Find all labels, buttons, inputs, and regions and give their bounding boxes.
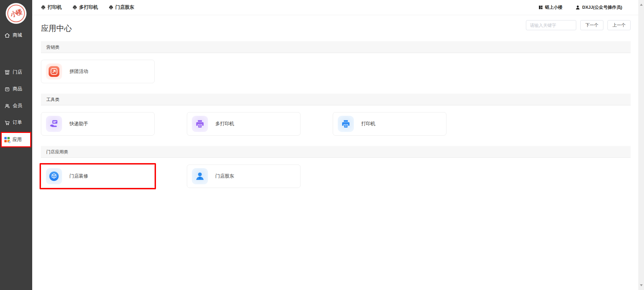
top-bar: 打印机多打印机门店股东 链上小楼 DXJJ(公众号操作员) — [32, 0, 638, 15]
logo-text: 小楼 — [9, 7, 23, 19]
user-menu[interactable]: DXJJ(公众号操作员) — [575, 4, 622, 10]
sidebar-item-apps[interactable]: 应用 — [1, 132, 31, 147]
app-card[interactable]: 快递助手 — [41, 112, 155, 136]
decorate-icon — [46, 168, 62, 184]
app-card-label: 打印机 — [361, 121, 375, 127]
app-card-label: 多打印机 — [215, 121, 234, 127]
cart-icon — [4, 120, 10, 126]
sidebar-item-label: 商城 — [13, 32, 22, 38]
app-logo[interactable]: 小楼 — [6, 3, 26, 24]
prev-button[interactable]: 上一个 — [607, 20, 631, 30]
section-header: 门店应用类 — [41, 146, 631, 158]
head-controls: 下一个 上一个 — [526, 20, 631, 30]
printer-icon — [41, 5, 46, 10]
top-shortcut[interactable]: 多打印机 — [72, 4, 98, 10]
sidebar: 小楼 商城门店商品会员订单应用 — [0, 0, 32, 290]
top-shortcuts: 打印机多打印机门店股东 — [41, 4, 134, 10]
scroll-down-icon[interactable] — [640, 284, 643, 286]
top-shortcut-label: 打印机 — [48, 4, 62, 10]
next-button[interactable]: 下一个 — [580, 20, 603, 30]
top-shortcut-label: 门店股东 — [115, 4, 134, 10]
workspace-label: 链上小楼 — [545, 4, 562, 10]
app-card-label: 拼团活动 — [69, 68, 88, 75]
user-icon — [575, 5, 580, 10]
apps-grid-icon — [4, 137, 10, 142]
sections: 营销类拼团活动工具类快递助手多打印机打印机门店应用类门店装修门店股东 — [41, 41, 631, 188]
logo-ring-icon: 小楼 — [7, 5, 25, 22]
users-icon — [4, 103, 10, 109]
printer-icon — [72, 5, 77, 10]
sidebar-item-label: 应用 — [12, 137, 22, 143]
app-card[interactable]: 拼团活动 — [41, 60, 155, 83]
app-card-label: 门店股东 — [215, 173, 234, 179]
top-right: 链上小楼 DXJJ(公众号操作员) — [538, 4, 622, 10]
sidebar-item-orders[interactable]: 订单 — [0, 115, 32, 130]
workspace-switcher[interactable]: 链上小楼 — [538, 4, 562, 10]
section-header: 工具类 — [41, 94, 631, 105]
app-card-row: 快递助手多打印机打印机 — [41, 112, 631, 136]
sidebar-item-label: 订单 — [13, 119, 22, 126]
sidebar-menu: 商城门店商品会员订单应用 — [0, 28, 32, 147]
bag-icon — [4, 86, 10, 92]
page-head: 应用中心 下一个 上一个 — [41, 15, 631, 41]
express-icon — [46, 116, 62, 132]
sidebar-item-label: 商品 — [13, 86, 22, 92]
sidebar-item-goods[interactable]: 商品 — [0, 82, 32, 96]
multiprinter-icon — [192, 116, 208, 132]
home-icon — [4, 33, 10, 38]
app-card-label: 门店装修 — [69, 173, 88, 179]
app-card[interactable]: 门店股东 — [187, 164, 301, 188]
groupbuy-icon — [46, 63, 62, 80]
printer-card-icon — [338, 116, 354, 132]
user-label: DXJJ(公众号操作员) — [582, 4, 622, 10]
search-input[interactable] — [526, 20, 576, 30]
storefront-icon — [4, 69, 10, 75]
sidebar-item-members[interactable]: 会员 — [0, 98, 32, 113]
vertical-scrollbar[interactable] — [638, 0, 644, 290]
app-card-label: 快递助手 — [69, 121, 88, 127]
printer-icon — [109, 5, 113, 10]
top-shortcut[interactable]: 打印机 — [41, 4, 62, 10]
sidebar-item-mall[interactable]: 商城 — [0, 28, 32, 43]
top-shortcut[interactable]: 门店股东 — [109, 4, 134, 10]
app-card-row: 拼团活动 — [41, 60, 631, 83]
sidebar-item-label: 会员 — [13, 103, 22, 109]
app-card[interactable]: 多打印机 — [187, 112, 301, 136]
app-card[interactable]: 门店装修 — [41, 164, 155, 188]
sidebar-item-label: 门店 — [13, 69, 22, 75]
grid-icon — [538, 5, 543, 10]
app-card[interactable]: 打印机 — [333, 112, 446, 136]
scroll-up-icon[interactable] — [640, 4, 643, 6]
shareholder-icon — [192, 168, 208, 184]
sidebar-item-store[interactable]: 门店 — [0, 65, 32, 80]
app-card-row: 门店装修门店股东 — [41, 164, 631, 188]
section-header: 营销类 — [41, 41, 631, 53]
main-content: 应用中心 下一个 上一个 营销类拼团活动工具类快递助手多打印机打印机门店应用类门… — [32, 15, 638, 188]
top-shortcut-label: 多打印机 — [79, 4, 98, 10]
